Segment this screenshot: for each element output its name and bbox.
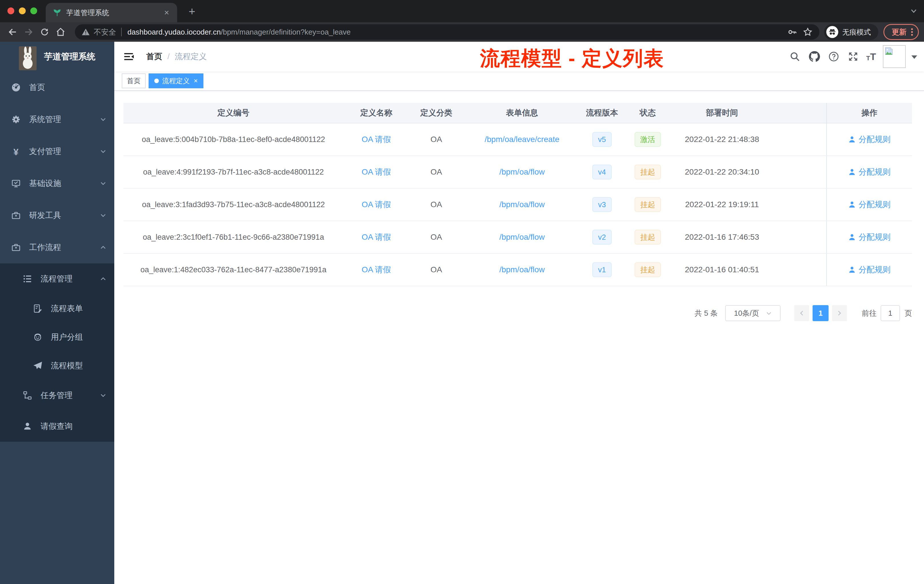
- url-host[interactable]: dashboard.yudao.iocoder.cn: [127, 28, 221, 36]
- sidebar-item-workflow[interactable]: 工作流程: [0, 231, 114, 264]
- password-key-icon[interactable]: [787, 27, 797, 37]
- sidebar-item-process-model[interactable]: 流程模型: [0, 351, 114, 380]
- pagination: 共 5 条 10条/页 1 前往 页: [114, 305, 912, 321]
- fullscreen-icon[interactable]: [847, 50, 860, 63]
- sidebar-item-task-management[interactable]: 任务管理: [0, 380, 114, 411]
- assign-rule-link[interactable]: 分配规则: [848, 232, 891, 243]
- form-info-link[interactable]: /bpm/oa/leave/create: [485, 135, 559, 144]
- definition-category: OA: [409, 124, 464, 155]
- browser-tabstrip: 芋道管理系统 × +: [0, 0, 924, 22]
- security-label[interactable]: 不安全: [94, 27, 116, 37]
- reload-button[interactable]: [37, 25, 52, 40]
- font-size-icon[interactable]: TT: [866, 52, 876, 61]
- briefcase-icon: [12, 243, 21, 252]
- close-window-button[interactable]: [7, 7, 14, 14]
- macos-traffic-lights: [7, 7, 37, 14]
- tab-close-icon[interactable]: ×: [162, 7, 172, 18]
- deploy-time: 2022-01-16 17:46:53: [672, 221, 772, 253]
- bookmark-star-icon[interactable]: [803, 27, 813, 37]
- user-avatar-dropdown[interactable]: [883, 45, 917, 68]
- github-icon[interactable]: [808, 50, 820, 63]
- col-process-version: 流程版本: [581, 103, 624, 123]
- sidebar-item-user-group[interactable]: 用户分组: [0, 323, 114, 351]
- version-badge: v5: [592, 132, 611, 147]
- workflow-submenu: 流程管理 流程表单 用户分组: [0, 264, 114, 442]
- page-size-select[interactable]: 10条/页: [725, 305, 780, 321]
- cell-filler: [772, 156, 826, 188]
- new-tab-button[interactable]: +: [185, 5, 199, 18]
- search-icon[interactable]: [789, 50, 801, 63]
- definition-name-link[interactable]: OA 请假: [362, 232, 391, 243]
- chevron-down-icon: [100, 116, 106, 122]
- definition-id: oa_leave:1:482ec033-762a-11ec-8477-a2380…: [124, 254, 343, 286]
- cell-filler: [772, 124, 826, 155]
- logo-rabbit-avatar: [19, 46, 36, 70]
- sidebar-item-process-form[interactable]: 流程表单: [0, 294, 114, 323]
- home-button[interactable]: [53, 25, 68, 40]
- prev-page-button[interactable]: [794, 305, 809, 321]
- group-icon: [33, 333, 42, 342]
- assign-rule-link[interactable]: 分配规则: [848, 264, 891, 275]
- address-bar[interactable]: 不安全 dashboard.yudao.iocoder.cn /bpm/mana…: [75, 24, 819, 40]
- avatar-broken-image: [883, 45, 906, 68]
- definition-name-link[interactable]: OA 请假: [362, 199, 391, 210]
- goto-page-input[interactable]: [881, 305, 900, 321]
- sidebar-item-process-management[interactable]: 流程管理: [0, 264, 114, 294]
- form-info-link[interactable]: /bpm/oa/flow: [500, 265, 545, 274]
- not-secure-warning-icon[interactable]: [82, 28, 90, 36]
- chevron-down-icon: [100, 212, 106, 219]
- definition-category: OA: [409, 254, 464, 286]
- tag-process-definition[interactable]: 流程定义 ×: [148, 73, 203, 88]
- gear-icon: [12, 115, 21, 124]
- zoom-window-button[interactable]: [30, 7, 37, 14]
- sidebar-item-dev-tools[interactable]: 研发工具: [0, 200, 114, 231]
- assign-rule-link[interactable]: 分配规则: [848, 167, 891, 177]
- sidebar-fold-icon[interactable]: [119, 46, 139, 67]
- table-header: 定义编号 定义名称 定义分类 表单信息 流程版本 状态 部署时间 操作: [124, 103, 912, 124]
- help-icon[interactable]: [827, 50, 840, 63]
- sidebar-item-infrastructure[interactable]: 基础设施: [0, 167, 114, 200]
- user-icon: [848, 168, 856, 176]
- toolbox-icon: [12, 211, 21, 220]
- status-badge: 挂起: [635, 262, 661, 277]
- tab-search-chevron-icon[interactable]: [910, 7, 917, 14]
- sidebar-item-home[interactable]: 首页: [0, 71, 114, 104]
- form-info-link[interactable]: /bpm/oa/flow: [500, 200, 545, 209]
- browser-update-menu-button[interactable]: 更新: [883, 24, 919, 40]
- url-path[interactable]: /bpm/manager/definition?key=oa_leave: [221, 28, 351, 36]
- sidebar-item-system[interactable]: 系统管理: [0, 104, 114, 135]
- annotation-overlay: 流程模型 - 定义列表: [480, 45, 664, 72]
- tag-close-icon[interactable]: ×: [194, 77, 198, 85]
- caret-down-icon: [911, 55, 917, 62]
- sidebar-item-leave-query[interactable]: 请假查询: [0, 411, 114, 442]
- incognito-label: 无痕模式: [842, 27, 871, 37]
- breadcrumb-home[interactable]: 首页: [146, 51, 162, 62]
- form-info-link[interactable]: /bpm/oa/flow: [500, 233, 545, 242]
- next-page-button[interactable]: [832, 305, 847, 321]
- deploy-time: 2022-01-22 20:34:10: [672, 156, 772, 188]
- assign-rule-link[interactable]: 分配规则: [848, 199, 891, 210]
- browser-tab[interactable]: 芋道管理系统 ×: [46, 3, 177, 22]
- table-row: oa_leave:4:991f2193-7b7f-11ec-a3c8-acde4…: [124, 156, 912, 188]
- user-icon: [848, 136, 856, 143]
- form-info-link[interactable]: /bpm/oa/flow: [500, 167, 545, 177]
- definition-name-link[interactable]: OA 请假: [362, 167, 391, 177]
- deploy-time: 2022-01-16 01:40:51: [672, 254, 772, 286]
- col-form-info: 表单信息: [464, 103, 581, 123]
- user-icon: [848, 233, 856, 241]
- back-button[interactable]: [5, 25, 20, 40]
- sidebar-logo[interactable]: 芋道管理系统: [0, 42, 114, 71]
- assign-rule-link[interactable]: 分配规则: [848, 134, 891, 145]
- goto-label: 前往: [862, 308, 876, 318]
- col-actions: 操作: [826, 103, 912, 123]
- omnibox-divider: [121, 28, 122, 36]
- minimize-window-button[interactable]: [19, 7, 26, 14]
- definition-name-link[interactable]: OA 请假: [362, 134, 391, 145]
- definition-category: OA: [409, 221, 464, 253]
- tag-home[interactable]: 首页: [122, 73, 146, 88]
- sidebar-item-payment[interactable]: ¥ 支付管理: [0, 135, 114, 167]
- page-number-button[interactable]: 1: [813, 305, 828, 321]
- kebab-menu-icon: [911, 27, 913, 37]
- chevron-up-icon: [100, 244, 106, 251]
- definition-name-link[interactable]: OA 请假: [362, 264, 391, 275]
